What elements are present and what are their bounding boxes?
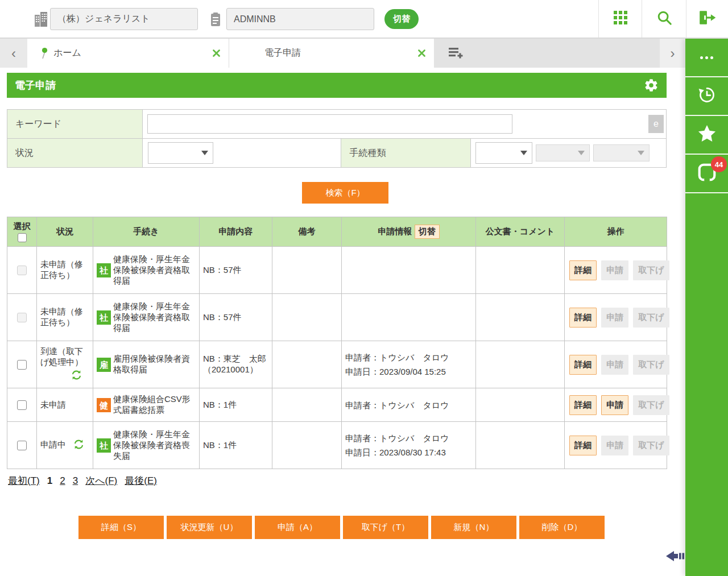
remarks-cell <box>272 294 342 341</box>
info-cell <box>342 294 476 341</box>
pagination-page-3[interactable]: 3 <box>73 475 78 487</box>
status-label: 状況 <box>7 139 143 167</box>
content-cell: NB：東芝 太郎 （20210001） <box>200 341 272 388</box>
logout-button[interactable] <box>686 0 728 38</box>
search-button[interactable]: 検索（F） <box>302 182 388 204</box>
category-badge: 健 <box>97 398 111 412</box>
content-cell: NB：1件 <box>200 388 272 422</box>
procedure-name: 健康保険組合CSV形式届書総括票 <box>113 394 196 416</box>
table-row: 到達（取下げ処理中） 雇 雇用保険被保険者資格取得届 NB：東芝 太郎 <box>7 341 667 388</box>
content-cell: NB：57件 <box>200 247 272 294</box>
category-badge: 社 <box>97 310 111 325</box>
status-cell: 未申請（修正待ち） <box>37 247 93 294</box>
apply-button: 申請 <box>601 355 628 375</box>
remarks-cell <box>272 247 342 294</box>
withdraw-button: 取下げ <box>633 308 669 328</box>
tab-e-application-close-icon[interactable] <box>417 49 426 57</box>
header-remarks: 備考 <box>272 217 342 247</box>
pagination-page-2[interactable]: 2 <box>60 475 65 487</box>
grid-icon <box>613 10 628 27</box>
tab-home[interactable]: ホーム <box>27 39 229 68</box>
sidebar-favorites-button[interactable] <box>685 116 728 155</box>
detail-button[interactable]: 詳細 <box>569 260 597 280</box>
documents-cell <box>476 341 565 388</box>
user-clipboard-icon <box>210 12 221 29</box>
apply-button: 申請 <box>601 436 628 455</box>
keyword-label: キーワード <box>7 110 143 138</box>
company-field[interactable] <box>50 8 198 30</box>
detail-button[interactable]: 詳細 <box>569 436 597 455</box>
delete-footer-button[interactable]: 削除（D） <box>519 516 605 539</box>
table-row: 未申請（修正待ち） 社 健康保険・厚生年金保険被保険者資格取得届 NB：57件 … <box>7 247 667 294</box>
sidebar-history-button[interactable] <box>685 77 728 116</box>
status-select[interactable] <box>148 142 213 164</box>
detail-button[interactable]: 詳細 <box>569 308 597 328</box>
category-badge: 社 <box>97 438 111 453</box>
pagination-last[interactable]: 最後(E) <box>125 474 157 487</box>
documents-cell <box>476 422 565 469</box>
pagination-next[interactable]: 次へ(F) <box>85 474 117 487</box>
tab-e-application[interactable]: 電子申請 <box>229 39 434 68</box>
status-cell <box>143 139 342 167</box>
gear-icon[interactable] <box>644 78 659 95</box>
category-badge: 社 <box>97 263 111 277</box>
info-cell: 申請者：トウシバ タロウ 申請日：2023/08/30 17:43 <box>342 422 476 469</box>
procedure-name: 健康保険・厚生年金保険被保険者資格取得届 <box>113 301 196 334</box>
apply-button[interactable]: 申請 <box>601 395 628 415</box>
collapse-arrow-icon[interactable] <box>665 549 685 565</box>
row-checkbox[interactable] <box>17 360 27 370</box>
tabs-scroll-left-button[interactable]: ‹ <box>0 39 27 68</box>
header-status: 状況 <box>37 217 93 247</box>
info-toggle-button[interactable]: 切替 <box>415 225 440 239</box>
tab-e-application-label: 電子申請 <box>264 47 301 59</box>
withdraw-footer-button[interactable]: 取下げ（T） <box>343 516 428 539</box>
notification-count-badge: 44 <box>711 156 727 172</box>
row-checkbox[interactable] <box>17 441 27 450</box>
results-table: 選択 状況 手続き 申請内容 備考 申請情報切替 公文書・コメント 操作 未申請… <box>7 217 667 469</box>
info-cell: 申請者：トウシバ タロウ <box>342 388 476 422</box>
apply-button: 申請 <box>601 260 628 280</box>
status-update-footer-button[interactable]: 状況更新（U） <box>167 516 252 539</box>
page-title-bar: 電子申請 <box>7 73 667 98</box>
search-menu-button[interactable] <box>642 0 686 38</box>
sidebar-notifications-button[interactable]: 44 <box>685 155 728 193</box>
chevron-down-icon <box>638 151 644 155</box>
procedure-type-cell <box>471 139 667 167</box>
ime-mode-button[interactable]: e <box>648 115 664 133</box>
switch-button[interactable]: 切替 <box>384 9 419 29</box>
header-content: 申請内容 <box>200 217 272 247</box>
tabs-scroll-right-button[interactable]: › <box>660 39 685 68</box>
apps-menu-button[interactable] <box>598 0 642 38</box>
keyword-input[interactable] <box>147 114 512 134</box>
select-all-checkbox[interactable] <box>18 233 27 242</box>
sidebar-more-button[interactable] <box>685 39 728 77</box>
top-header: 切替 <box>0 0 728 39</box>
user-field[interactable] <box>226 8 374 30</box>
new-footer-button[interactable]: 新規（N） <box>431 516 516 539</box>
procedure-type-select-2 <box>536 144 590 161</box>
detail-button[interactable]: 詳細 <box>569 395 597 415</box>
tab-home-close-icon[interactable] <box>212 49 221 57</box>
right-sidebar: 44 <box>685 39 728 576</box>
documents-cell <box>476 294 565 341</box>
procedure-type-select-1[interactable] <box>475 142 532 164</box>
detail-footer-button[interactable]: 詳細（S） <box>78 516 164 539</box>
detail-button[interactable]: 詳細 <box>569 355 597 375</box>
header-operations: 操作 <box>565 217 667 247</box>
tab-home-label: ホーム <box>53 47 81 59</box>
add-tab-icon[interactable] <box>448 46 464 62</box>
procedure-name: 健康保険・厚生年金保険被保険者資格喪失届 <box>113 429 196 462</box>
row-checkbox[interactable] <box>17 400 27 410</box>
pin-icon <box>40 47 49 60</box>
tab-bar: ‹ ホーム 電子申請 <box>0 39 685 68</box>
row-checkbox <box>17 266 27 275</box>
withdraw-button: 取下げ <box>633 355 669 375</box>
chevron-down-icon <box>520 151 527 155</box>
header-select: 選択 <box>7 217 37 247</box>
apply-footer-button[interactable]: 申請（A） <box>255 516 340 539</box>
procedure-type-label: 手続種類 <box>341 139 471 167</box>
status-cell: 申請中 <box>37 422 93 469</box>
remarks-cell <box>272 388 342 422</box>
chevron-down-icon <box>201 151 208 155</box>
pagination-first[interactable]: 最初(T) <box>8 474 40 487</box>
